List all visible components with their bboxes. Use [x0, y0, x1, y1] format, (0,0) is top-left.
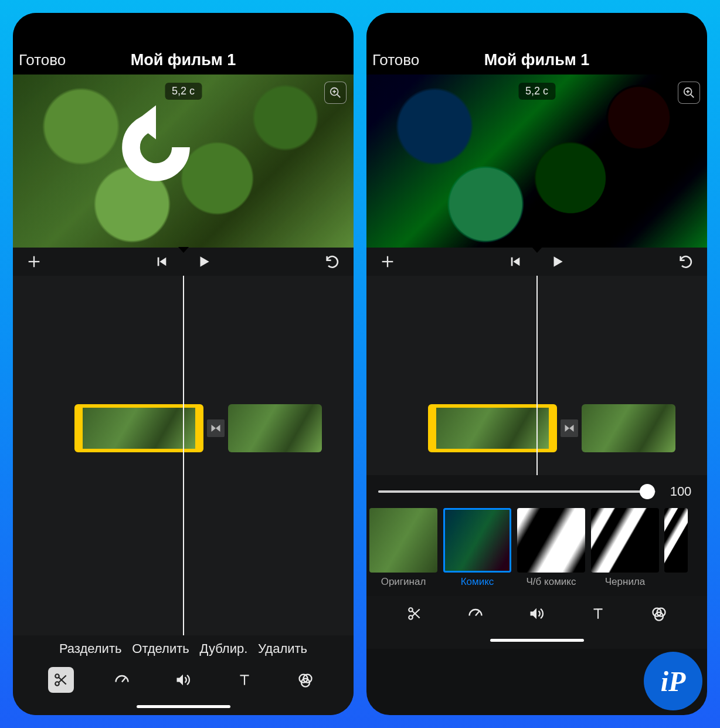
- preview-image: [366, 75, 707, 248]
- svg-point-12: [55, 674, 59, 678]
- svg-marker-9: [200, 256, 209, 266]
- filter-thumb: [591, 508, 659, 573]
- svg-line-24: [691, 94, 694, 98]
- svg-point-13: [55, 682, 59, 686]
- clip-selected[interactable]: [428, 404, 557, 452]
- tool-filters[interactable]: [293, 667, 318, 693]
- topbar: Готово Мой фильм 1: [13, 45, 354, 75]
- filter-thumb: [369, 508, 437, 573]
- done-button[interactable]: Готово: [372, 51, 419, 69]
- undo-button[interactable]: [678, 253, 694, 270]
- filter-more[interactable]: [664, 508, 688, 596]
- tool-filters[interactable]: [646, 601, 672, 627]
- tool-audio[interactable]: [524, 601, 549, 627]
- filter-label: Оригинал: [381, 576, 426, 588]
- filter-intensity-value: 100: [666, 484, 695, 499]
- svg-line-38: [476, 612, 479, 616]
- filters-icon: [297, 672, 314, 688]
- home-indicator[interactable]: [13, 697, 354, 715]
- timeline[interactable]: [13, 276, 354, 635]
- clip-duration-badge: 5,2 c: [518, 83, 555, 100]
- watermark-badge: iP: [644, 652, 702, 710]
- filter-bw-comic[interactable]: Ч/б комикс: [517, 508, 586, 596]
- svg-marker-11: [216, 425, 220, 432]
- clip-next[interactable]: [228, 404, 322, 452]
- svg-marker-10: [212, 425, 216, 432]
- transport-row: [13, 248, 354, 276]
- phone-left: Готово Мой фильм 1 5,2 c: [13, 13, 354, 715]
- done-button[interactable]: Готово: [19, 51, 66, 69]
- timeline[interactable]: [366, 276, 707, 475]
- svg-marker-17: [177, 675, 184, 686]
- filter-thumb: [443, 508, 511, 573]
- svg-marker-31: [553, 256, 562, 266]
- text-icon: [237, 672, 252, 688]
- transition-icon[interactable]: [561, 419, 578, 437]
- playhead[interactable]: [183, 276, 184, 635]
- zoom-button[interactable]: [324, 82, 347, 104]
- filter-label: Комикс: [461, 576, 494, 588]
- speedometer-icon: [467, 605, 484, 622]
- tool-cut[interactable]: [48, 667, 74, 693]
- home-indicator[interactable]: [366, 631, 707, 649]
- add-media-button[interactable]: [379, 253, 396, 270]
- svg-line-1: [337, 94, 341, 98]
- skip-back-button[interactable]: [509, 255, 522, 268]
- tool-titles[interactable]: [585, 601, 611, 627]
- filter-ink[interactable]: Чернила: [590, 508, 660, 596]
- svg-marker-8: [159, 258, 166, 266]
- project-title: Мой фильм 1: [484, 51, 590, 69]
- filter-label: Ч/б комикс: [527, 576, 576, 588]
- svg-rect-7: [157, 258, 159, 266]
- svg-point-35: [409, 615, 413, 619]
- clip-actions-row: Разделить Отделить Дублир. Удалить: [13, 635, 354, 662]
- svg-marker-39: [531, 608, 537, 619]
- action-detach[interactable]: Отделить: [132, 641, 189, 656]
- phone-right: Готово Мой фильм 1 5,2 c: [366, 13, 707, 715]
- preview-area[interactable]: 5,2 c: [366, 75, 707, 248]
- svg-marker-30: [513, 258, 519, 266]
- svg-point-34: [409, 608, 413, 612]
- undo-button[interactable]: [324, 253, 341, 270]
- filters-icon: [651, 605, 667, 622]
- action-duplicate[interactable]: Дублир.: [200, 641, 248, 656]
- speedometer-icon: [114, 672, 130, 688]
- svg-marker-33: [569, 425, 574, 432]
- scissors-icon: [407, 606, 422, 621]
- project-title: Мой фильм 1: [131, 51, 236, 69]
- filter-strip[interactable]: Оригинал Комикс Ч/б комикс Чернила: [366, 508, 707, 596]
- skip-back-button[interactable]: [155, 255, 168, 268]
- tool-cut[interactable]: [402, 601, 427, 627]
- statusbar: [366, 13, 707, 45]
- playhead[interactable]: [536, 276, 538, 475]
- tool-row: [13, 662, 354, 697]
- clip-selected[interactable]: [74, 404, 203, 452]
- filter-thumb: [517, 508, 585, 573]
- preview-area[interactable]: 5,2 c: [13, 75, 354, 248]
- action-delete[interactable]: Удалить: [258, 641, 307, 656]
- tool-row: [366, 596, 707, 631]
- filter-original[interactable]: Оригинал: [369, 508, 438, 596]
- action-split[interactable]: Разделить: [59, 641, 122, 656]
- undo-overlay-icon: [106, 97, 206, 197]
- text-icon: [590, 606, 606, 621]
- slider-knob[interactable]: [640, 484, 655, 499]
- play-button[interactable]: [196, 254, 212, 269]
- topbar: Готово Мой фильм 1: [366, 45, 707, 75]
- transport-row: [366, 248, 707, 276]
- filter-thumb: [664, 508, 688, 573]
- tool-titles[interactable]: [232, 667, 257, 693]
- clip-next[interactable]: [582, 404, 675, 452]
- play-button[interactable]: [550, 254, 565, 269]
- filter-comic[interactable]: Комикс: [443, 508, 512, 596]
- zoom-button[interactable]: [678, 82, 700, 104]
- tool-audio[interactable]: [170, 667, 196, 693]
- filter-intensity-slider[interactable]: [378, 490, 656, 493]
- volume-icon: [175, 672, 191, 688]
- tool-speed[interactable]: [109, 667, 135, 693]
- transition-icon[interactable]: [207, 419, 225, 437]
- scissors-icon: [53, 672, 69, 688]
- filter-label: Чернила: [605, 576, 646, 588]
- add-media-button[interactable]: [26, 253, 42, 270]
- tool-speed[interactable]: [463, 601, 488, 627]
